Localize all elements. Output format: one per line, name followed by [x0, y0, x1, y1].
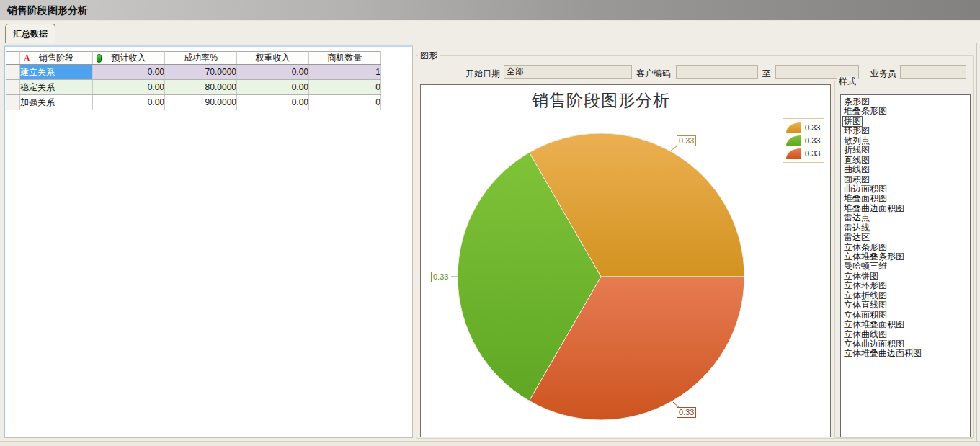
legend-value: 0.33	[805, 136, 820, 145]
style-list-item[interactable]: 堆叠面积图	[842, 193, 970, 202]
style-list-item[interactable]: 折线图	[842, 145, 970, 154]
weighted-income-cell[interactable]: 0.00	[237, 80, 309, 95]
slice-value-label-2: 0.33	[431, 272, 450, 282]
page-title: 销售阶段图形分析	[7, 4, 88, 17]
style-item-label: 立体堆叠曲边面积图	[842, 348, 923, 359]
success-rate-cell[interactable]: 70.0000	[165, 65, 237, 80]
row-selector-cell[interactable]	[6, 80, 20, 95]
to-label: 至	[760, 68, 771, 80]
column-header-success-rate[interactable]: 成功率%	[165, 52, 237, 65]
style-list-item[interactable]: 雷达点	[842, 213, 970, 222]
chart-title: 销售阶段图形分析	[421, 89, 781, 112]
column-label: 预计收入	[112, 53, 146, 63]
column-header-opportunity-count[interactable]: 商机数量	[309, 52, 381, 65]
customer-code-from-input[interactable]	[676, 65, 758, 79]
style-list-item[interactable]: 立体条形图	[842, 242, 970, 251]
table-header-row: A 销售阶段 预计收入 成功率% 权重收入	[6, 52, 381, 65]
column-label: 商机数量	[328, 53, 362, 63]
style-list-item[interactable]: 立体堆叠曲边面积图	[842, 348, 970, 357]
table-row[interactable]: 加强关系 0.00 90.0000 0.00 0	[6, 95, 381, 110]
green-indicator-icon	[97, 54, 102, 63]
salesperson-label: 业务员	[865, 68, 896, 80]
expected-income-cell[interactable]: 0.00	[93, 80, 165, 95]
style-list-item[interactable]: 雷达区	[842, 232, 970, 241]
graph-groupbox-label: 图形	[418, 50, 440, 62]
success-rate-cell[interactable]: 90.0000	[165, 95, 237, 110]
salesperson-input[interactable]	[900, 65, 966, 79]
style-list-item[interactable]: 立体折线图	[842, 290, 970, 300]
summary-panel: A 销售阶段 预计收入 成功率% 权重收入	[4, 45, 413, 438]
column-label: 成功率%	[184, 53, 218, 63]
legend-item: 0.33	[786, 148, 821, 159]
style-list-item[interactable]: 曼哈顿三维	[842, 261, 970, 270]
row-selector-cell[interactable]	[6, 65, 20, 80]
style-list-item[interactable]: 立体曲边面积图	[842, 339, 970, 348]
window-right-frame	[976, 43, 977, 441]
style-list-item[interactable]: 立体堆叠条形图	[842, 251, 970, 261]
title-bar: 销售阶段图形分析	[0, 0, 980, 21]
column-header-stage[interactable]: A 销售阶段	[20, 52, 93, 65]
expected-income-cell[interactable]: 0.00	[93, 65, 165, 80]
style-list-item[interactable]: 直线图	[842, 155, 970, 164]
table-row[interactable]: 建立关系 0.00 70.0000 0.00 1	[6, 65, 381, 80]
column-label: 销售阶段	[39, 53, 74, 63]
chart-legend: 0.33 0.33 0.33	[783, 118, 824, 163]
stage-summary-table: A 销售阶段 预计收入 成功率% 权重收入	[6, 51, 381, 110]
start-date-input[interactable]	[504, 65, 632, 79]
tab-label: 汇总数据	[13, 29, 48, 39]
style-groupbox-label: 样式	[837, 76, 858, 88]
app-window: 销售阶段图形分析 汇总数据 A 销售阶段	[0, 0, 980, 446]
start-date-label: 开始日期	[461, 68, 500, 80]
style-list-item[interactable]: 面积图	[842, 174, 970, 184]
stage-cell[interactable]: 建立关系	[20, 65, 93, 80]
style-list-item[interactable]: 立体堆叠面积图	[842, 319, 970, 329]
tab-bar: 汇总数据	[0, 22, 980, 43]
weighted-income-cell[interactable]: 0.00	[237, 65, 309, 80]
style-list-item[interactable]: 环形图	[842, 125, 970, 135]
row-selector-cell[interactable]	[6, 95, 20, 110]
legend-item: 0.33	[786, 135, 821, 146]
pie-chart	[421, 85, 830, 437]
slice-value-label-3: 0.33	[677, 407, 696, 418]
style-list-item[interactable]: 立体面积图	[842, 310, 970, 319]
legend-value: 0.33	[805, 149, 820, 158]
chart-style-list[interactable]: 条形图 堆叠条形图 饼图 环形图 散列点 折线图	[840, 94, 971, 437]
style-list-item[interactable]: 立体曲线图	[842, 329, 970, 339]
legend-value: 0.33	[805, 123, 820, 132]
expected-income-cell[interactable]: 0.00	[93, 95, 165, 110]
column-label: 权重收入	[256, 53, 290, 63]
slice-value-label-1: 0.33	[677, 135, 696, 146]
legend-item: 0.33	[786, 122, 821, 133]
style-list-item[interactable]: 曲边面积图	[842, 184, 970, 193]
opportunity-count-cell[interactable]: 0	[309, 95, 381, 110]
style-list-item[interactable]: 立体饼图	[842, 271, 970, 280]
chart-area: 销售阶段图形分析 0.33 0.33 0.33 0.33 0.33	[420, 84, 831, 437]
opportunity-count-cell[interactable]: 0	[309, 80, 381, 95]
style-list-item[interactable]: 条形图	[842, 97, 970, 106]
pie-slice-swatch-icon	[786, 135, 801, 146]
style-list-item[interactable]: 堆叠条形图	[842, 106, 970, 115]
style-list-item[interactable]: 立体直线图	[842, 300, 970, 309]
style-list-item[interactable]: 堆叠曲边面积图	[842, 203, 970, 213]
tab-summary-data[interactable]: 汇总数据	[5, 24, 55, 43]
weighted-income-cell[interactable]: 0.00	[237, 95, 309, 110]
content-area: A 销售阶段 预计收入 成功率% 权重收入	[0, 43, 980, 441]
customer-code-label: 客户编码	[633, 68, 671, 80]
table-row[interactable]: 稳定关系 0.00 80.0000 0.00 0	[6, 80, 381, 95]
red-a-icon: A	[24, 53, 30, 64]
column-header-expected-income[interactable]: 预计收入	[93, 52, 165, 65]
style-list-item[interactable]: 饼图	[842, 116, 970, 125]
success-rate-cell[interactable]: 80.0000	[165, 80, 237, 95]
window-bottom-strip	[0, 441, 980, 446]
style-list-item[interactable]: 曲线图	[842, 164, 970, 174]
pie-slice-swatch-icon	[786, 122, 801, 133]
column-header-weighted-income[interactable]: 权重收入	[237, 52, 309, 65]
stage-cell[interactable]: 稳定关系	[20, 80, 93, 95]
opportunity-count-cell[interactable]: 1	[309, 65, 381, 80]
style-list-item[interactable]: 立体环形图	[842, 280, 970, 290]
row-selector-header	[6, 52, 20, 65]
pie-slice-swatch-icon	[786, 148, 801, 159]
style-list-item[interactable]: 散列点	[842, 135, 970, 145]
stage-cell[interactable]: 加强关系	[20, 95, 93, 110]
style-list-item[interactable]: 雷达线	[842, 223, 970, 232]
